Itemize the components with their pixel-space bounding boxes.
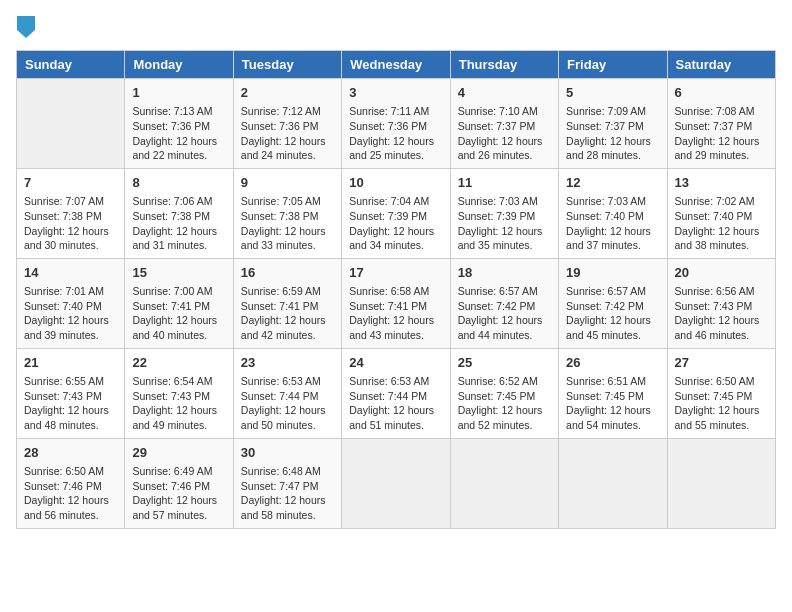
calendar-cell: 8Sunrise: 7:06 AMSunset: 7:38 PMDaylight… <box>125 168 233 258</box>
day-number: 12 <box>566 174 659 192</box>
calendar-cell: 30Sunrise: 6:48 AMSunset: 7:47 PMDayligh… <box>233 438 341 528</box>
day-header-tuesday: Tuesday <box>233 51 341 79</box>
cell-info: Sunrise: 7:07 AMSunset: 7:38 PMDaylight:… <box>24 194 117 253</box>
cell-info: Sunrise: 6:53 AMSunset: 7:44 PMDaylight:… <box>241 374 334 433</box>
calendar-cell: 24Sunrise: 6:53 AMSunset: 7:44 PMDayligh… <box>342 348 450 438</box>
cell-info: Sunrise: 6:53 AMSunset: 7:44 PMDaylight:… <box>349 374 442 433</box>
day-number: 24 <box>349 354 442 372</box>
day-number: 3 <box>349 84 442 102</box>
calendar-cell: 29Sunrise: 6:49 AMSunset: 7:46 PMDayligh… <box>125 438 233 528</box>
calendar-cell <box>667 438 775 528</box>
cell-info: Sunrise: 7:09 AMSunset: 7:37 PMDaylight:… <box>566 104 659 163</box>
cell-info: Sunrise: 7:03 AMSunset: 7:40 PMDaylight:… <box>566 194 659 253</box>
calendar-cell: 17Sunrise: 6:58 AMSunset: 7:41 PMDayligh… <box>342 258 450 348</box>
day-number: 17 <box>349 264 442 282</box>
day-number: 11 <box>458 174 551 192</box>
calendar-cell: 28Sunrise: 6:50 AMSunset: 7:46 PMDayligh… <box>17 438 125 528</box>
day-number: 10 <box>349 174 442 192</box>
cell-info: Sunrise: 7:10 AMSunset: 7:37 PMDaylight:… <box>458 104 551 163</box>
cell-info: Sunrise: 7:13 AMSunset: 7:36 PMDaylight:… <box>132 104 225 163</box>
calendar-cell: 27Sunrise: 6:50 AMSunset: 7:45 PMDayligh… <box>667 348 775 438</box>
cell-info: Sunrise: 7:02 AMSunset: 7:40 PMDaylight:… <box>675 194 768 253</box>
cell-info: Sunrise: 7:04 AMSunset: 7:39 PMDaylight:… <box>349 194 442 253</box>
day-number: 25 <box>458 354 551 372</box>
calendar-cell <box>559 438 667 528</box>
calendar-cell: 6Sunrise: 7:08 AMSunset: 7:37 PMDaylight… <box>667 79 775 169</box>
calendar-cell: 16Sunrise: 6:59 AMSunset: 7:41 PMDayligh… <box>233 258 341 348</box>
day-number: 6 <box>675 84 768 102</box>
cell-info: Sunrise: 7:01 AMSunset: 7:40 PMDaylight:… <box>24 284 117 343</box>
calendar-cell: 2Sunrise: 7:12 AMSunset: 7:36 PMDaylight… <box>233 79 341 169</box>
calendar-cell: 23Sunrise: 6:53 AMSunset: 7:44 PMDayligh… <box>233 348 341 438</box>
calendar-cell: 3Sunrise: 7:11 AMSunset: 7:36 PMDaylight… <box>342 79 450 169</box>
day-number: 18 <box>458 264 551 282</box>
calendar-cell: 22Sunrise: 6:54 AMSunset: 7:43 PMDayligh… <box>125 348 233 438</box>
day-number: 29 <box>132 444 225 462</box>
day-header-monday: Monday <box>125 51 233 79</box>
day-number: 4 <box>458 84 551 102</box>
cell-info: Sunrise: 6:49 AMSunset: 7:46 PMDaylight:… <box>132 464 225 523</box>
day-header-thursday: Thursday <box>450 51 558 79</box>
day-number: 21 <box>24 354 117 372</box>
cell-info: Sunrise: 7:00 AMSunset: 7:41 PMDaylight:… <box>132 284 225 343</box>
calendar-cell: 26Sunrise: 6:51 AMSunset: 7:45 PMDayligh… <box>559 348 667 438</box>
calendar-cell: 9Sunrise: 7:05 AMSunset: 7:38 PMDaylight… <box>233 168 341 258</box>
day-number: 13 <box>675 174 768 192</box>
cell-info: Sunrise: 6:57 AMSunset: 7:42 PMDaylight:… <box>566 284 659 343</box>
cell-info: Sunrise: 7:06 AMSunset: 7:38 PMDaylight:… <box>132 194 225 253</box>
week-row-5: 28Sunrise: 6:50 AMSunset: 7:46 PMDayligh… <box>17 438 776 528</box>
day-number: 27 <box>675 354 768 372</box>
calendar-cell: 14Sunrise: 7:01 AMSunset: 7:40 PMDayligh… <box>17 258 125 348</box>
calendar-cell: 25Sunrise: 6:52 AMSunset: 7:45 PMDayligh… <box>450 348 558 438</box>
day-number: 19 <box>566 264 659 282</box>
day-header-sunday: Sunday <box>17 51 125 79</box>
calendar-cell: 10Sunrise: 7:04 AMSunset: 7:39 PMDayligh… <box>342 168 450 258</box>
cell-info: Sunrise: 7:05 AMSunset: 7:38 PMDaylight:… <box>241 194 334 253</box>
day-number: 20 <box>675 264 768 282</box>
day-number: 5 <box>566 84 659 102</box>
calendar-cell <box>17 79 125 169</box>
calendar-cell: 11Sunrise: 7:03 AMSunset: 7:39 PMDayligh… <box>450 168 558 258</box>
week-row-3: 14Sunrise: 7:01 AMSunset: 7:40 PMDayligh… <box>17 258 776 348</box>
day-header-saturday: Saturday <box>667 51 775 79</box>
calendar-cell <box>342 438 450 528</box>
week-row-2: 7Sunrise: 7:07 AMSunset: 7:38 PMDaylight… <box>17 168 776 258</box>
day-number: 7 <box>24 174 117 192</box>
cell-info: Sunrise: 6:50 AMSunset: 7:46 PMDaylight:… <box>24 464 117 523</box>
calendar-cell <box>450 438 558 528</box>
cell-info: Sunrise: 6:50 AMSunset: 7:45 PMDaylight:… <box>675 374 768 433</box>
cell-info: Sunrise: 6:51 AMSunset: 7:45 PMDaylight:… <box>566 374 659 433</box>
day-number: 15 <box>132 264 225 282</box>
calendar-cell: 5Sunrise: 7:09 AMSunset: 7:37 PMDaylight… <box>559 79 667 169</box>
calendar-cell: 13Sunrise: 7:02 AMSunset: 7:40 PMDayligh… <box>667 168 775 258</box>
day-number: 30 <box>241 444 334 462</box>
calendar-cell: 18Sunrise: 6:57 AMSunset: 7:42 PMDayligh… <box>450 258 558 348</box>
week-row-4: 21Sunrise: 6:55 AMSunset: 7:43 PMDayligh… <box>17 348 776 438</box>
cell-info: Sunrise: 6:54 AMSunset: 7:43 PMDaylight:… <box>132 374 225 433</box>
day-number: 8 <box>132 174 225 192</box>
svg-marker-0 <box>17 16 35 38</box>
day-header-wednesday: Wednesday <box>342 51 450 79</box>
logo-icon <box>17 16 35 38</box>
cell-info: Sunrise: 6:55 AMSunset: 7:43 PMDaylight:… <box>24 374 117 433</box>
calendar-cell: 1Sunrise: 7:13 AMSunset: 7:36 PMDaylight… <box>125 79 233 169</box>
cell-info: Sunrise: 6:48 AMSunset: 7:47 PMDaylight:… <box>241 464 334 523</box>
day-number: 23 <box>241 354 334 372</box>
day-header-friday: Friday <box>559 51 667 79</box>
calendar-cell: 19Sunrise: 6:57 AMSunset: 7:42 PMDayligh… <box>559 258 667 348</box>
day-number: 2 <box>241 84 334 102</box>
day-number: 1 <box>132 84 225 102</box>
cell-info: Sunrise: 6:56 AMSunset: 7:43 PMDaylight:… <box>675 284 768 343</box>
cell-info: Sunrise: 7:11 AMSunset: 7:36 PMDaylight:… <box>349 104 442 163</box>
day-number: 22 <box>132 354 225 372</box>
day-number: 14 <box>24 264 117 282</box>
calendar-cell: 21Sunrise: 6:55 AMSunset: 7:43 PMDayligh… <box>17 348 125 438</box>
day-number: 16 <box>241 264 334 282</box>
cell-info: Sunrise: 7:12 AMSunset: 7:36 PMDaylight:… <box>241 104 334 163</box>
calendar-cell: 7Sunrise: 7:07 AMSunset: 7:38 PMDaylight… <box>17 168 125 258</box>
day-number: 9 <box>241 174 334 192</box>
calendar-cell: 4Sunrise: 7:10 AMSunset: 7:37 PMDaylight… <box>450 79 558 169</box>
cell-info: Sunrise: 7:03 AMSunset: 7:39 PMDaylight:… <box>458 194 551 253</box>
page-header <box>16 16 776 38</box>
calendar-cell: 15Sunrise: 7:00 AMSunset: 7:41 PMDayligh… <box>125 258 233 348</box>
